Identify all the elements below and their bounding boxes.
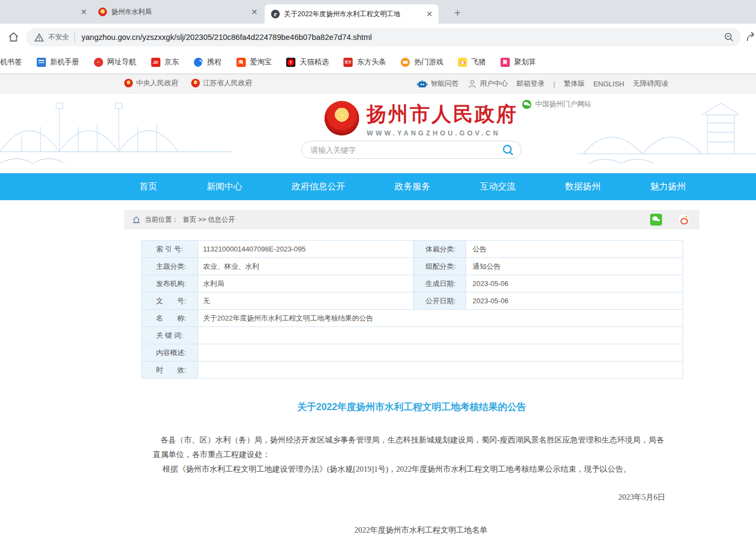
bookmark-ctrip[interactable]: 携程 bbox=[194, 57, 222, 67]
fliggy-pig-icon bbox=[458, 58, 467, 67]
summary-value bbox=[198, 344, 683, 362]
close-icon[interactable]: ✕ bbox=[423, 8, 435, 20]
bookmarks-bar: 机书签 新机手册 ⌁ 网址导航 JD 京东 携程 淘 爱淘宝 T 天猫精选 东方… bbox=[0, 51, 756, 74]
site-name: 扬州市人民政府 bbox=[367, 101, 518, 128]
bookmark-aitaobao[interactable]: 淘 爱淘宝 bbox=[237, 57, 272, 67]
security-label: 不安全 bbox=[48, 32, 69, 42]
table-row: 内容概述: bbox=[142, 344, 683, 362]
home-icon bbox=[132, 216, 140, 223]
nav-data[interactable]: 数据扬州 bbox=[565, 181, 600, 193]
site-logo[interactable]: 扬州市人民政府 WWW.YANGZHOU.GOV.CN bbox=[325, 101, 518, 137]
created-label: 生成日期: bbox=[414, 275, 466, 292]
table-row: 主题分类: 农业、林业、水利 组配分类: 通知公告 bbox=[142, 258, 683, 275]
share-icon[interactable] bbox=[746, 31, 756, 42]
public-label: 公开日期: bbox=[414, 292, 466, 310]
main-nav: 首页 新闻中心 政府信息公开 政务服务 互动交流 数据扬州 魅力扬州 bbox=[0, 173, 756, 200]
nav2345-icon: ⌁ bbox=[94, 58, 103, 67]
wechat-icon bbox=[522, 100, 531, 109]
bookmark-jd[interactable]: JD 京东 bbox=[151, 57, 179, 67]
warning-icon bbox=[35, 33, 44, 42]
nav-charm[interactable]: 魅力扬州 bbox=[650, 181, 686, 193]
link-accessible[interactable]: 无障碍阅读 bbox=[633, 79, 668, 88]
table-row: 时 效: bbox=[142, 362, 683, 379]
created-value: 2023-05-06 bbox=[466, 275, 683, 292]
article-paragraph: 各县（市、区）水利（务）局，扬州经济开发区城乡事务管理局，生态科技新城规划建设局… bbox=[153, 433, 665, 462]
search-input[interactable] bbox=[310, 146, 502, 154]
group-label: 组配分类: bbox=[414, 258, 466, 275]
breadcrumb-path[interactable]: 首页 >> 信息公开 bbox=[183, 215, 235, 224]
bookmark-shouji-shuqian[interactable]: 机书签 bbox=[0, 57, 22, 67]
nav-news[interactable]: 新闻中心 bbox=[207, 181, 242, 193]
robot-icon bbox=[417, 79, 428, 88]
browser-tab-strip: ✕ ★ 扬州市水利局 ✕ e 关于2022年度扬州市水利工程文明工地 ✕ ＋ bbox=[0, 0, 756, 24]
link-jiangsu-gov[interactable]: 江苏省人民政府 bbox=[191, 78, 252, 88]
validity-value bbox=[198, 362, 683, 379]
group-value: 通知公告 bbox=[466, 258, 683, 275]
url-text: yangzhou.gov.cn/yzszxxgk/slj/202305/210c… bbox=[82, 33, 724, 42]
genre-label: 体裁分类: bbox=[414, 241, 466, 258]
divider bbox=[75, 33, 75, 42]
nav-home[interactable]: 首页 bbox=[139, 181, 157, 193]
bookmark-fliggy[interactable]: 飞猪 bbox=[458, 57, 486, 67]
name-value: 关于2022年度扬州市水利工程文明工地考核结果的公告 bbox=[198, 310, 683, 327]
ctrip-dolphin-icon bbox=[194, 58, 203, 67]
document-meta-table: 索 引 号: 11321000014407098E-2023-095 体裁分类:… bbox=[141, 240, 683, 379]
page-favicon-icon: e bbox=[271, 10, 280, 18]
nav-services[interactable]: 政务服务 bbox=[395, 181, 430, 193]
nav-interaction[interactable]: 互动交流 bbox=[480, 181, 516, 193]
link-mail-login[interactable]: 邮箱登录 bbox=[517, 79, 545, 88]
link-smart-qa[interactable]: 智能问答 bbox=[417, 79, 459, 88]
zoom-out-icon[interactable] bbox=[724, 32, 734, 43]
bookmark-juhuasuan[interactable]: 聚 聚划算 bbox=[501, 57, 536, 67]
address-bar[interactable]: 不安全 yangzhou.gov.cn/yzszxxgk/slj/202305/… bbox=[26, 28, 741, 46]
table-row: 关 键 词: bbox=[142, 327, 683, 344]
bookmark-xinji-shouce[interactable]: 新机手册 bbox=[37, 57, 79, 67]
close-icon[interactable]: ✕ bbox=[78, 6, 90, 18]
tmall-icon: T bbox=[286, 58, 295, 67]
bookmark-wangzhi-daohang[interactable]: ⌁ 网址导航 bbox=[94, 57, 137, 67]
search-icon[interactable] bbox=[502, 144, 515, 156]
book-icon bbox=[37, 58, 46, 67]
bridge-artwork-right bbox=[578, 93, 756, 173]
dongfang-icon: 东方 bbox=[343, 58, 353, 67]
article-title: 关于2022年度扬州市水利工程文明工地考核结果的公告 bbox=[124, 400, 699, 413]
gov-top-bar: 中央人民政府 江苏省人民政府 智能问答 用户中心 邮箱登录 | 繁体版 ENGL… bbox=[0, 74, 756, 93]
tab-active-announcement[interactable]: e 关于2022年度扬州市水利工程文明工地 ✕ bbox=[265, 4, 438, 24]
index-label: 索 引 号: bbox=[142, 241, 198, 258]
tab-title: 关于2022年度扬州市水利工程文明工地 bbox=[284, 10, 423, 19]
link-central-gov[interactable]: 中央人民政府 bbox=[124, 78, 178, 88]
link-user-center[interactable]: 用户中心 bbox=[468, 79, 508, 88]
article-date: 2023年5月6日 bbox=[124, 492, 665, 502]
keywords-value bbox=[198, 327, 683, 344]
bookmark-remen-youxi[interactable]: 热门游戏 bbox=[401, 57, 443, 67]
breadcrumb-label: 当前位置： bbox=[145, 215, 179, 224]
name-label: 名 称: bbox=[142, 310, 198, 327]
portal-link[interactable]: 中国扬州门户网站 bbox=[522, 99, 591, 109]
tab-shuiliju[interactable]: ★ 扬州市水利局 ✕ bbox=[92, 0, 264, 24]
site-list-title: 2022年度扬州市水利工程文明工地名单 bbox=[124, 525, 699, 535]
new-tab-button[interactable]: ＋ bbox=[450, 5, 464, 19]
issuer-label: 发布机构: bbox=[142, 275, 198, 292]
taobao-icon: 淘 bbox=[237, 58, 246, 67]
weibo-share-icon[interactable] bbox=[678, 214, 690, 226]
table-row: 文 号: 无 公开日期: 2023-05-06 bbox=[142, 292, 683, 310]
topic-label: 主题分类: bbox=[142, 258, 198, 275]
national-emblem-icon bbox=[325, 101, 359, 135]
bookmark-dongfang-toutiao[interactable]: 东方 东方头条 bbox=[343, 57, 386, 67]
article-paragraph: 根据《扬州市水利工程文明工地建设管理办法》(扬水规[2019]1号)，2022年… bbox=[153, 462, 665, 476]
site-url: WWW.YANGZHOU.GOV.CN bbox=[367, 130, 518, 137]
emblem-favicon-icon: ★ bbox=[98, 8, 107, 16]
close-icon[interactable]: ✕ bbox=[248, 6, 260, 18]
wechat-share-icon[interactable] bbox=[650, 214, 662, 226]
emblem-icon bbox=[124, 79, 133, 87]
nav-info-disclosure[interactable]: 政府信息公开 bbox=[292, 181, 345, 193]
gov-links: 中央人民政府 江苏省人民政府 bbox=[124, 78, 263, 89]
bookmark-tmall[interactable]: T 天猫精选 bbox=[286, 57, 329, 67]
home-icon[interactable] bbox=[8, 31, 19, 43]
keywords-label: 关 键 词: bbox=[142, 327, 198, 344]
index-value: 11321000014407098E-2023-095 bbox=[198, 241, 414, 258]
browser-toolbar: 不安全 yangzhou.gov.cn/yzszxxgk/slj/202305/… bbox=[0, 24, 756, 51]
content-card: 当前位置： 首页 >> 信息公开 索 引 号: 1132100001440709… bbox=[124, 210, 699, 535]
link-traditional[interactable]: 繁体版 bbox=[564, 79, 585, 88]
link-english[interactable]: ENGLISH bbox=[593, 80, 624, 88]
